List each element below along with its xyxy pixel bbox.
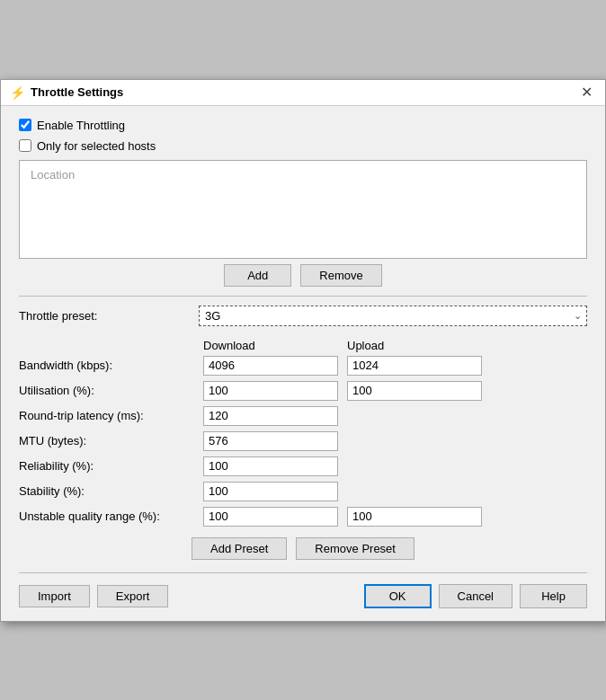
preset-action-buttons: Add Preset Remove Preset bbox=[19, 537, 587, 560]
fields-section: Bandwidth (kbps):Utilisation (%):Round-t… bbox=[19, 356, 587, 527]
field-download-input-1[interactable] bbox=[203, 381, 338, 401]
field-row: Stability (%): bbox=[19, 482, 587, 501]
field-download-input-5[interactable] bbox=[203, 482, 338, 501]
add-host-button[interactable]: Add bbox=[224, 264, 291, 287]
field-row: Bandwidth (kbps): bbox=[19, 356, 587, 376]
field-row: Reliability (%): bbox=[19, 456, 587, 476]
field-row: Round-trip latency (ms): bbox=[19, 406, 587, 426]
preset-select[interactable]: Custom 1G 100M 10M 3G 2G Modem ISDN bbox=[199, 306, 587, 326]
field-download-input-3[interactable] bbox=[203, 431, 338, 451]
field-label-5: Stability (%): bbox=[19, 484, 203, 498]
bottom-buttons: Import Export OK Cancel Help bbox=[19, 572, 587, 608]
only-selected-hosts-row: Only for selected hosts bbox=[19, 139, 587, 153]
field-download-input-6[interactable] bbox=[203, 507, 338, 527]
enable-throttling-label[interactable]: Enable Throttling bbox=[37, 119, 125, 132]
field-headers: Download Upload bbox=[203, 339, 587, 352]
field-label-6: Unstable quality range (%): bbox=[19, 509, 203, 523]
download-header: Download bbox=[203, 339, 347, 352]
field-label-4: Reliability (%): bbox=[19, 459, 203, 473]
import-button[interactable]: Import bbox=[19, 585, 90, 607]
title-bar: ⚡ Throttle Settings ✕ bbox=[1, 80, 605, 106]
dialog-body: Enable Throttling Only for selected host… bbox=[1, 106, 605, 621]
remove-preset-button[interactable]: Remove Preset bbox=[296, 537, 414, 560]
ok-button[interactable]: OK bbox=[364, 584, 432, 608]
preset-row: Throttle preset: Custom 1G 100M 10M 3G 2… bbox=[19, 306, 587, 326]
hosts-table: Location bbox=[19, 160, 587, 259]
field-upload-input-1[interactable] bbox=[347, 381, 482, 401]
export-button[interactable]: Export bbox=[97, 585, 169, 607]
cancel-button[interactable]: Cancel bbox=[439, 584, 512, 608]
field-download-input-2[interactable] bbox=[203, 406, 338, 426]
close-button[interactable]: ✕ bbox=[577, 85, 596, 100]
field-download-input-4[interactable] bbox=[203, 456, 338, 476]
throttle-settings-dialog: ⚡ Throttle Settings ✕ Enable Throttling … bbox=[0, 79, 606, 622]
separator bbox=[19, 296, 587, 297]
field-label-3: MTU (bytes): bbox=[19, 434, 203, 447]
enable-throttling-row: Enable Throttling bbox=[19, 119, 587, 132]
hosts-table-header: Location bbox=[23, 164, 583, 185]
preset-select-wrapper: Custom 1G 100M 10M 3G 2G Modem ISDN ⌄ bbox=[199, 306, 587, 326]
help-button[interactable]: Help bbox=[520, 584, 587, 608]
upload-header: Upload bbox=[347, 339, 491, 352]
only-selected-hosts-checkbox[interactable] bbox=[19, 139, 31, 152]
remove-host-button[interactable]: Remove bbox=[300, 264, 381, 287]
field-label-1: Utilisation (%): bbox=[19, 384, 203, 397]
field-upload-input-6[interactable] bbox=[347, 507, 482, 527]
enable-throttling-checkbox[interactable] bbox=[19, 119, 31, 131]
field-label-0: Bandwidth (kbps): bbox=[19, 359, 203, 372]
field-row: Utilisation (%): bbox=[19, 381, 587, 401]
add-preset-button[interactable]: Add Preset bbox=[192, 537, 287, 560]
field-row: MTU (bytes): bbox=[19, 431, 587, 451]
field-label-2: Round-trip latency (ms): bbox=[19, 409, 203, 422]
preset-label: Throttle preset: bbox=[19, 309, 199, 323]
table-buttons: Add Remove bbox=[19, 264, 587, 287]
field-row: Unstable quality range (%): bbox=[19, 507, 587, 527]
app-icon: ⚡ bbox=[10, 85, 25, 100]
field-upload-input-0[interactable] bbox=[347, 356, 482, 376]
bottom-right-buttons: OK Cancel Help bbox=[364, 584, 587, 608]
field-download-input-0[interactable] bbox=[203, 356, 338, 376]
bottom-left-buttons: Import Export bbox=[19, 585, 168, 607]
window-title: Throttle Settings bbox=[31, 85, 123, 99]
title-bar-left: ⚡ Throttle Settings bbox=[10, 85, 123, 100]
only-selected-hosts-label[interactable]: Only for selected hosts bbox=[37, 139, 156, 153]
